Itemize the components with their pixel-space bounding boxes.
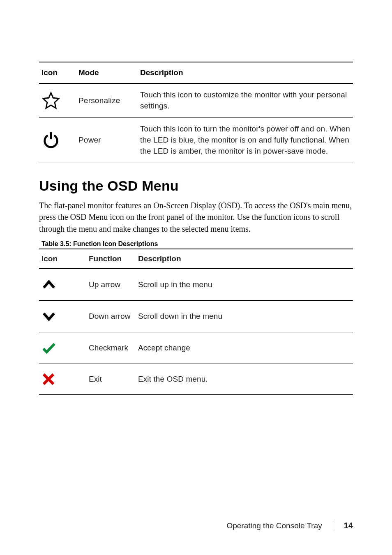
down-arrow-icon-cell bbox=[39, 301, 86, 332]
exit-icon-cell bbox=[39, 364, 86, 395]
table-row: Down arrow Scroll down in the menu bbox=[39, 301, 353, 332]
footer-page-number: 14 bbox=[344, 521, 353, 530]
tableA-header-icon: Icon bbox=[39, 62, 76, 83]
checkmark-icon bbox=[42, 341, 56, 355]
function-label: Up arrow bbox=[86, 269, 136, 301]
mode-icon-table: Icon Mode Description Personalize Touch … bbox=[39, 62, 353, 163]
function-description: Scroll up in the menu bbox=[136, 269, 353, 301]
star-icon bbox=[42, 91, 60, 110]
tableB-header-icon: Icon bbox=[39, 249, 86, 269]
footer-divider bbox=[333, 521, 333, 530]
tableA-header-mode: Mode bbox=[76, 62, 138, 83]
mode-label: Power bbox=[76, 117, 138, 163]
function-description: Exit the OSD menu. bbox=[136, 364, 353, 395]
table-row: Checkmark Accept change bbox=[39, 332, 353, 364]
tableB-caption: Table 3.5: Function Icon Descriptions bbox=[39, 240, 353, 248]
table-row: Personalize Touch this icon to customize… bbox=[39, 83, 353, 117]
section-title: Using the OSD Menu bbox=[39, 178, 353, 194]
power-icon-cell bbox=[39, 117, 76, 163]
power-icon bbox=[42, 131, 60, 150]
page-footer: Operating the Console Tray 14 bbox=[226, 521, 353, 530]
function-label: Down arrow bbox=[86, 301, 136, 332]
document-page: Icon Mode Description Personalize Touch … bbox=[0, 0, 392, 555]
mode-description: Touch this icon to turn the monitor's po… bbox=[138, 117, 353, 163]
up-arrow-icon bbox=[42, 277, 56, 292]
function-description: Accept change bbox=[136, 332, 353, 364]
exit-icon bbox=[42, 372, 55, 386]
tableA-header-description: Description bbox=[138, 62, 353, 83]
function-icon-table: Icon Function Description Up arrow Scrol… bbox=[39, 249, 353, 395]
footer-chapter: Operating the Console Tray bbox=[226, 521, 322, 530]
function-description: Scroll down in the menu bbox=[136, 301, 353, 332]
mode-description: Touch this icon to customize the monitor… bbox=[138, 83, 353, 117]
tableB-header-function: Function bbox=[86, 249, 136, 269]
table-row: Up arrow Scroll up in the menu bbox=[39, 269, 353, 301]
table-row: Power Touch this icon to turn the monito… bbox=[39, 117, 353, 163]
up-arrow-icon-cell bbox=[39, 269, 86, 301]
tableB-header-description: Description bbox=[136, 249, 353, 269]
down-arrow-icon bbox=[42, 309, 56, 324]
table-row: Exit Exit the OSD menu. bbox=[39, 364, 353, 395]
section-body: The flat-panel monitor features an On-Sc… bbox=[39, 200, 353, 235]
mode-label: Personalize bbox=[76, 83, 138, 117]
checkmark-icon-cell bbox=[39, 332, 86, 364]
function-label: Exit bbox=[86, 364, 136, 395]
function-label: Checkmark bbox=[86, 332, 136, 364]
personalize-icon-cell bbox=[39, 83, 76, 117]
